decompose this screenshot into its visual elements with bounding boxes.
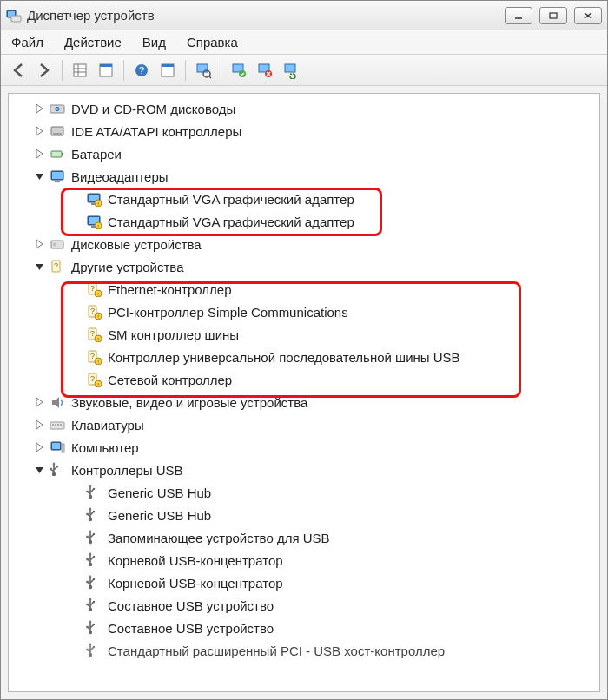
tree-item-root-hub-1[interactable]: Корневой USB-концентратор [9,549,599,571]
computer-icon [49,439,66,456]
tree-label: Видеоадаптеры [71,169,169,184]
tree-label: Корневой USB-концентратор [108,576,283,591]
tree-item-ethernet[interactable]: Ethernet-контроллер [9,278,599,300]
tree-item-netctl[interactable]: Сетевой контроллер [9,368,599,391]
tree-item-pci-host[interactable]: Стандартный расширенный PCI - USB хост-к… [9,639,599,662]
device-tree[interactable]: DVD и CD-ROM дисководы IDE ATA/ATAPI кон… [8,93,600,692]
tree-item-disks[interactable]: Дисковые устройства [9,233,599,255]
expander-icon[interactable] [35,442,45,452]
toolbar-separator [221,60,221,81]
tree-item-vga2[interactable]: Стандартный VGA графический адаптер [9,210,599,233]
tree-item-root-hub-2[interactable]: Корневой USB-концентратор [9,571,599,594]
toolbar-separator [185,60,186,81]
toolbar-scan-button[interactable] [191,58,215,83]
tree-label: IDE ATA/ATAPI контроллеры [71,124,241,139]
ide-icon [49,122,66,140]
tree-label: Составное USB устройство [108,598,274,613]
toolbar-grid-button[interactable] [68,58,92,83]
expander-icon[interactable] [35,261,45,272]
toolbar [1,55,607,86]
expander-icon[interactable] [35,171,45,182]
tree-item-video[interactable]: Видеоадаптеры [9,165,599,188]
toolbar-help-button[interactable] [129,58,154,83]
tree-item-generic-hub-2[interactable]: Generic USB Hub [9,504,599,526]
app-icon [6,8,22,23]
unknown-warning-icon [85,303,102,320]
tree-item-usbctl[interactable]: Контроллеры USB [9,459,599,481]
expander-icon[interactable] [35,126,45,136]
expander-icon[interactable] [35,239,45,249]
tree-label: SM контроллер шины [108,327,239,342]
close-button[interactable] [574,7,602,24]
sound-icon [49,393,66,411]
tree-label: Клавиатуры [71,418,144,433]
expander-icon[interactable] [35,419,45,430]
toolbar-forward-button[interactable] [32,58,56,83]
tree-item-composite-2[interactable]: Составное USB устройство [9,617,599,639]
tree-label: Ethernet-контроллер [108,282,231,297]
tree-label: Компьютер [71,440,139,455]
unknown-warning-icon [85,326,102,343]
tree-item-generic-hub-1[interactable]: Generic USB Hub [9,481,599,504]
tree-label: Корневой USB-концентратор [108,553,283,568]
expander-icon[interactable] [35,103,45,114]
unknown-warning-icon [85,371,102,388]
expander-icon[interactable] [35,149,45,159]
toolbar-separator [62,60,63,81]
toolbar-enable-button[interactable] [227,58,251,83]
tree-label: Стандартный VGA графический адаптер [108,192,354,207]
toolbar-update-button[interactable] [279,58,303,83]
unknown-warning-icon [85,281,102,298]
tree-item-usb-storage[interactable]: Запоминающее устройство для USB [9,526,599,549]
disk-icon [49,235,66,253]
usb-icon [85,506,102,524]
battery-icon [49,145,66,162]
tree-item-composite-1[interactable]: Составное USB устройство [9,594,599,617]
keyboard-icon [49,416,66,433]
monitor-warning-icon [85,190,102,208]
expander-icon[interactable] [35,465,45,475]
tree-item-dvd[interactable]: DVD и CD-ROM дисководы [9,97,599,120]
tree-item-computer[interactable]: Компьютер [9,436,599,459]
window-title: Диспетчер устройств [27,8,499,23]
svg-rect-55 [550,13,557,18]
unknown-icon [49,258,66,275]
usb-icon [85,642,102,659]
tree-item-sm[interactable]: SM контроллер шины [9,323,599,346]
menu-bar: Файл Действие Вид Справка [1,30,607,55]
window-buttons [505,7,602,24]
tree-label: Дисковые устройства [71,237,202,252]
menu-help[interactable]: Справка [187,35,238,50]
tree-label: DVD и CD-ROM дисководы [71,102,235,116]
tree-item-vga1[interactable]: Стандартный VGA графический адаптер [9,188,599,210]
maximize-button[interactable] [539,7,567,24]
tree-label: Составное USB устройство [108,621,274,636]
usb-icon [85,597,102,614]
menu-file[interactable]: Файл [11,35,43,50]
menu-view[interactable]: Вид [142,35,166,50]
tree-label: Батареи [71,147,122,162]
tree-item-other[interactable]: Другие устройства [9,255,599,278]
usb-icon [49,461,66,479]
tree-item-ide[interactable]: IDE ATA/ATAPI контроллеры [9,120,599,142]
tree-item-battery[interactable]: Батареи [9,142,599,165]
tree-item-pci[interactable]: PCI-контроллер Simple Communications [9,300,599,323]
content-area: DVD и CD-ROM дисководы IDE ATA/ATAPI кон… [1,86,607,699]
tree-label: Стандартный расширенный PCI - USB хост-к… [108,644,445,658]
tree-item-keyboard[interactable]: Клавиатуры [9,413,599,436]
tree-label: Другие устройства [71,260,183,274]
expander-icon[interactable] [35,397,45,407]
dvd-icon [49,100,66,117]
menu-action[interactable]: Действие [64,35,122,50]
toolbar-properties-button[interactable] [94,58,118,83]
monitor-icon [49,168,66,185]
toolbar-props2-button[interactable] [155,58,180,83]
toolbar-back-button[interactable] [6,58,30,83]
toolbar-disable-button[interactable] [253,58,277,83]
usb-icon [85,574,102,591]
title-bar: Диспетчер устройств [1,1,607,30]
tree-item-usbuniv[interactable]: Контроллер универсальной последовательно… [9,346,599,368]
tree-item-sound[interactable]: Звуковые, видео и игровые устройства [9,391,599,413]
minimize-button[interactable] [505,7,532,24]
usb-icon [85,619,102,637]
